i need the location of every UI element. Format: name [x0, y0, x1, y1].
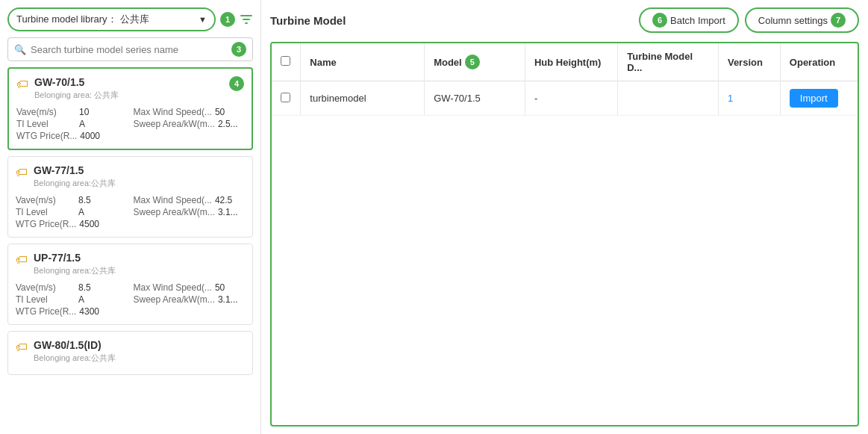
filter-icon[interactable] — [240, 13, 253, 26]
model-name: UP-77/1.5 — [34, 252, 245, 264]
stat-row: Vave(m/s) 8.5 — [16, 282, 128, 293]
stat-value: 42.5 — [215, 195, 232, 205]
model-card-info: GW-80/1.5(ID) Belonging area:公共库 — [34, 339, 245, 364]
stat-label: Vave(m/s) — [16, 282, 75, 293]
model-area: Belonging area:公共库 — [34, 353, 245, 364]
stat-row: TI Level A — [16, 119, 128, 129]
search-badge: 3 — [231, 42, 246, 57]
stat-label: Vave(m/s) — [16, 195, 75, 205]
row-model: GW-70/1.5 — [425, 81, 525, 116]
stat-row: Sweep Area/kW(m... 3.1... — [134, 294, 246, 305]
stat-value: 4500 — [79, 219, 99, 229]
model-card-header: 🏷 GW-80/1.5(ID) Belonging area:公共库 — [16, 339, 245, 364]
stat-value: 3.1... — [218, 207, 238, 217]
tag-icon: 🏷 — [16, 253, 28, 267]
batch-import-button[interactable]: 6 Batch Import — [639, 7, 739, 33]
row-version: 1 — [718, 81, 780, 116]
row-checkbox[interactable] — [281, 93, 290, 102]
row-checkbox-cell — [272, 81, 301, 116]
stat-value: A — [78, 207, 84, 217]
th-model: Model 5 — [425, 43, 525, 81]
data-table: Name Model 5 Hub Height(m) Turbine Model… — [270, 42, 859, 427]
stat-label: Max Wind Speed(... — [134, 282, 212, 293]
stat-label: Vave(m/s) — [16, 107, 76, 117]
model-area: Belonging area:公共库 — [34, 178, 245, 189]
row-turbine-model-d — [618, 81, 719, 116]
stat-row: TI Level A — [16, 207, 128, 217]
model-card-header: 🏷 GW-70/1.5 Belonging area: 公共库 4 — [16, 76, 244, 101]
stat-value: 3.1... — [218, 294, 238, 305]
library-label: Turbine model library： — [16, 13, 117, 26]
right-panel: Turbine Model 6 Batch Import Column sett… — [261, 0, 868, 434]
tag-icon: 🏷 — [16, 78, 28, 91]
batch-import-badge: 6 — [652, 13, 667, 28]
model-card-header: 🏷 UP-77/1.5 Belonging area:公共库 — [16, 252, 245, 276]
th-checkbox — [272, 43, 301, 81]
model-col-badge: 5 — [465, 55, 480, 69]
stat-value: 50 — [215, 107, 225, 117]
stat-row: WTG Price(R... 4300 — [16, 306, 128, 317]
model-card-info: GW-70/1.5 Belonging area: 公共库 — [34, 76, 223, 101]
stat-label: WTG Price(R... — [16, 219, 76, 229]
left-panel: Turbine model library： 公共库 ▼ 1 🔍 3 🏷 GW-… — [0, 0, 261, 434]
models-list: 🏷 GW-70/1.5 Belonging area: 公共库 4 Vave(m… — [7, 67, 253, 427]
th-turbine-model-d: Turbine Model D... — [618, 43, 719, 81]
version-link[interactable]: 1 — [728, 93, 733, 104]
select-all-checkbox[interactable] — [281, 56, 290, 66]
model-area: Belonging area: 公共库 — [34, 90, 223, 101]
stat-value: A — [79, 119, 85, 129]
th-name: Name — [301, 43, 425, 81]
stat-row: Sweep Area/kW(m... 3.1... — [134, 207, 246, 217]
search-row: 🔍 3 — [7, 37, 253, 61]
model-card-info: GW-77/1.5 Belonging area:公共库 — [34, 164, 245, 189]
stat-value: A — [78, 294, 84, 305]
stat-value: 8.5 — [78, 195, 91, 205]
model-card[interactable]: 🏷 GW-77/1.5 Belonging area:公共库 Vave(m/s)… — [7, 156, 253, 238]
th-operation: Operation — [780, 43, 858, 81]
tag-icon: 🏷 — [16, 341, 28, 354]
stat-value: 4300 — [79, 306, 99, 317]
stat-row: Max Wind Speed(... 50 — [134, 107, 245, 117]
app-container: Turbine model library： 公共库 ▼ 1 🔍 3 🏷 GW-… — [0, 0, 868, 434]
stat-row: Max Wind Speed(... 50 — [134, 282, 246, 293]
stat-label: WTG Price(R... — [16, 306, 76, 317]
model-card[interactable]: 🏷 UP-77/1.5 Belonging area:公共库 Vave(m/s)… — [7, 244, 253, 325]
model-card[interactable]: 🏷 GW-80/1.5(ID) Belonging area:公共库 — [7, 331, 253, 375]
stat-label: Sweep Area/kW(m... — [134, 294, 215, 305]
stat-label: TI Level — [16, 119, 76, 129]
stat-row: Vave(m/s) 8.5 — [16, 195, 128, 205]
library-selector-row: Turbine model library： 公共库 ▼ 1 — [7, 7, 253, 31]
model-card[interactable]: 🏷 GW-70/1.5 Belonging area: 公共库 4 Vave(m… — [7, 67, 253, 150]
header-actions: 6 Batch Import Column settings 7 — [639, 7, 859, 33]
stat-value: 2.5... — [218, 119, 238, 129]
model-card-header: 🏷 GW-77/1.5 Belonging area:公共库 — [16, 164, 245, 189]
stat-label: Max Wind Speed(... — [134, 195, 212, 205]
right-header: Turbine Model 6 Batch Import Column sett… — [270, 7, 859, 33]
stat-row: WTG Price(R... 4000 — [16, 131, 128, 141]
library-selector[interactable]: Turbine model library： 公共库 ▼ — [7, 7, 216, 31]
model-name: GW-77/1.5 — [34, 164, 245, 176]
stat-label: WTG Price(R... — [16, 131, 77, 141]
stat-label: Sweep Area/kW(m... — [134, 119, 215, 129]
row-name: turbinemodel — [301, 81, 425, 116]
stat-row: TI Level A — [16, 294, 128, 305]
column-settings-badge: 7 — [831, 13, 846, 28]
stat-label: Sweep Area/kW(m... — [134, 207, 215, 217]
stat-value: 10 — [79, 107, 89, 117]
row-hub-height: - — [525, 81, 617, 116]
search-input[interactable] — [31, 44, 227, 55]
model-name: GW-80/1.5(ID) — [34, 339, 245, 351]
model-area: Belonging area:公共库 — [34, 265, 245, 276]
row-operation: Import — [780, 81, 858, 116]
stat-row: Max Wind Speed(... 42.5 — [134, 195, 246, 205]
th-hub-height: Hub Height(m) — [525, 43, 617, 81]
stat-row: WTG Price(R... 4500 — [16, 219, 128, 229]
stat-value: 8.5 — [78, 282, 91, 293]
stat-label: TI Level — [16, 294, 75, 305]
table-header-row: Name Model 5 Hub Height(m) Turbine Model… — [272, 43, 858, 81]
search-icon: 🔍 — [14, 44, 26, 55]
import-button[interactable]: Import — [790, 89, 838, 108]
stat-value: 50 — [215, 282, 225, 293]
table-row: turbinemodel GW-70/1.5 - 1 Import — [272, 81, 858, 116]
column-settings-button[interactable]: Column settings 7 — [745, 7, 859, 33]
